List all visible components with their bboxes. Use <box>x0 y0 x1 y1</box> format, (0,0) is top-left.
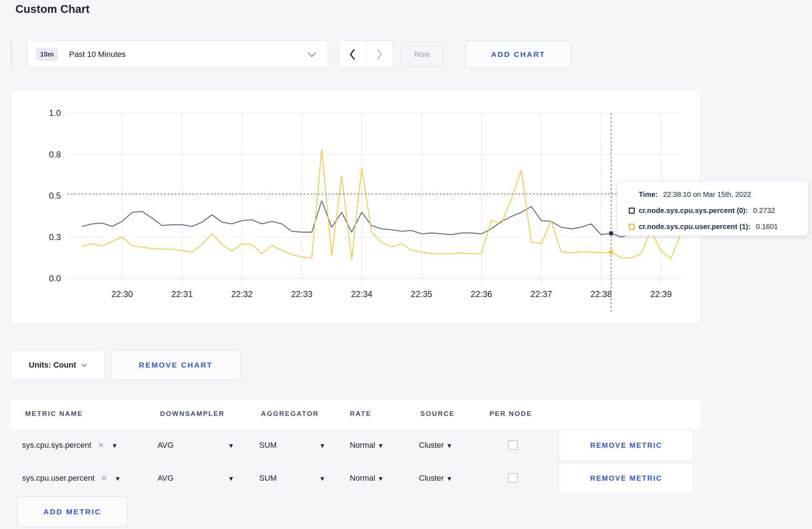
aggregator-select[interactable]: SUM <box>259 429 277 461</box>
y-axis-tick-label: 0.0 <box>49 273 61 283</box>
x-axis-tick-label: 22:35 <box>411 289 432 299</box>
now-button[interactable]: Now <box>401 42 443 67</box>
x-axis-tick-label: 22:39 <box>650 289 672 299</box>
metric-name-value: sys.cpu.user.percent <box>22 474 95 483</box>
series-line <box>82 201 681 237</box>
caret-down-icon: ▾ <box>448 442 451 449</box>
source-select[interactable]: Cluster▾ <box>419 429 451 461</box>
metric-name-select[interactable]: sys.cpu.sys.percent ✕ ▾ <box>22 429 116 461</box>
remove-chart-button[interactable]: REMOVE CHART <box>111 350 241 380</box>
table-row: sys.cpu.sys.percent ✕ ▾ AVG ▾ SUM ▾ Norm… <box>0 429 812 461</box>
chart-tooltip: Time: 22:38:10 on Mar 15th, 2022 cr.node… <box>617 181 808 236</box>
time-nav-group <box>339 40 393 68</box>
chart-card: 0.00.30.50.81.022:3022:3122:3222:3322:34… <box>10 89 700 324</box>
col-aggregator: AGGREGATOR <box>261 410 319 418</box>
per-node-checkbox[interactable] <box>508 473 518 483</box>
hover-point-dot <box>609 250 613 254</box>
add-chart-button[interactable]: ADD CHART <box>465 40 571 68</box>
tooltip-series-value: 0.1601 <box>756 223 778 231</box>
next-range-button[interactable] <box>366 41 393 68</box>
remove-metric-button[interactable]: REMOVE METRIC <box>559 429 694 461</box>
tooltip-series-label: cr.node.sys.cpu.user.percent (1): <box>639 223 750 231</box>
metric-name-select[interactable]: sys.cpu.user.percent ✕ ▾ <box>22 462 120 494</box>
units-label: Units: Count <box>29 360 76 370</box>
x-axis-tick-label: 22:32 <box>231 289 253 299</box>
tooltip-series-value: 0.2732 <box>753 207 775 215</box>
sys-series-swatch-icon <box>629 208 635 214</box>
tooltip-time-row: Time: 22:38:10 on Mar 15th, 2022 <box>629 190 801 199</box>
chevron-left-icon <box>349 48 356 60</box>
time-range-label: Past 10 Minutes <box>69 50 126 59</box>
per-node-checkbox[interactable] <box>508 440 518 450</box>
downsampler-select[interactable]: AVG <box>158 429 174 461</box>
tooltip-time-label: Time: <box>639 190 658 199</box>
tooltip-series-row: cr.node.sys.cpu.sys.percent (0): 0.2732 <box>629 207 801 215</box>
remove-metric-button[interactable]: REMOVE METRIC <box>559 462 694 494</box>
aggregator-select[interactable]: SUM <box>259 462 277 494</box>
rate-select[interactable]: Normal▾ <box>350 462 382 494</box>
x-axis-tick-label: 22:36 <box>471 289 492 299</box>
tooltip-time-value: 22:38:10 on Mar 15th, 2022 <box>663 190 751 199</box>
x-axis-tick-label: 22:33 <box>291 289 313 299</box>
chevron-down-icon <box>308 49 316 57</box>
y-axis-tick-label: 0.8 <box>49 150 61 159</box>
x-axis-tick-label: 22:38 <box>590 289 612 299</box>
rate-select[interactable]: Normal▾ <box>350 429 382 461</box>
col-source: SOURCE <box>420 410 455 418</box>
source-select[interactable]: Cluster▾ <box>419 462 451 494</box>
user-series-swatch-icon <box>629 224 635 230</box>
metric-name-value: sys.cpu.sys.percent <box>22 441 91 450</box>
add-metric-button[interactable]: ADD METRIC <box>17 497 127 527</box>
series-line <box>82 150 681 259</box>
close-icon[interactable]: ✕ <box>98 441 104 450</box>
time-range-select[interactable]: 10m Past 10 Minutes <box>27 40 328 68</box>
y-axis-tick-label: 0.3 <box>49 232 61 242</box>
y-axis-tick-label: 0.5 <box>49 191 61 200</box>
col-rate: RATE <box>350 410 371 418</box>
col-metric-name: METRIC NAME <box>25 410 83 418</box>
toolbar-divider <box>11 40 11 68</box>
caret-down-icon: ▾ <box>229 429 233 461</box>
col-downsampler: DOWNSAMPLER <box>160 410 225 418</box>
units-select[interactable]: Units: Count <box>11 350 105 380</box>
hover-point-dot <box>609 231 613 235</box>
x-axis-tick-label: 22:34 <box>351 289 372 299</box>
caret-down-icon: ▾ <box>379 475 383 482</box>
downsampler-select[interactable]: AVG <box>158 462 174 494</box>
page-title: Custom Chart <box>15 3 90 16</box>
table-row: sys.cpu.user.percent ✕ ▾ AVG ▾ SUM ▾ Nor… <box>0 462 812 494</box>
caret-down-icon: ▾ <box>379 442 383 449</box>
x-axis-tick-label: 22:31 <box>171 289 193 299</box>
metrics-table-header: METRIC NAME DOWNSAMPLER AGGREGATOR RATE … <box>10 400 700 429</box>
col-per-node: PER NODE <box>489 410 532 418</box>
x-axis-tick-label: 22:30 <box>111 289 133 299</box>
caret-down-icon: ▾ <box>448 475 451 482</box>
caret-down-icon: ▾ <box>116 475 120 482</box>
prev-range-button[interactable] <box>339 41 366 68</box>
caret-down-icon: ▾ <box>320 429 324 461</box>
caret-down-icon: ▾ <box>320 462 324 494</box>
time-range-badge: 10m <box>36 48 58 61</box>
tooltip-series-row: cr.node.sys.cpu.user.percent (1): 0.1601 <box>629 223 801 231</box>
close-icon[interactable]: ✕ <box>101 474 107 482</box>
caret-down-icon: ▾ <box>113 442 117 449</box>
y-axis-tick-label: 1.0 <box>49 108 61 118</box>
tooltip-series-label: cr.node.sys.cpu.sys.percent (0): <box>639 207 748 215</box>
caret-down-icon: ▾ <box>229 462 233 494</box>
chevron-down-icon <box>82 361 87 367</box>
chart-plot[interactable]: 0.00.30.50.81.022:3022:3122:3222:3322:34… <box>11 90 701 324</box>
custom-chart-page: Custom Chart 10m Past 10 Minutes Now ADD… <box>0 0 812 529</box>
chevron-right-icon <box>376 48 383 60</box>
x-axis-tick-label: 22:37 <box>531 289 552 299</box>
